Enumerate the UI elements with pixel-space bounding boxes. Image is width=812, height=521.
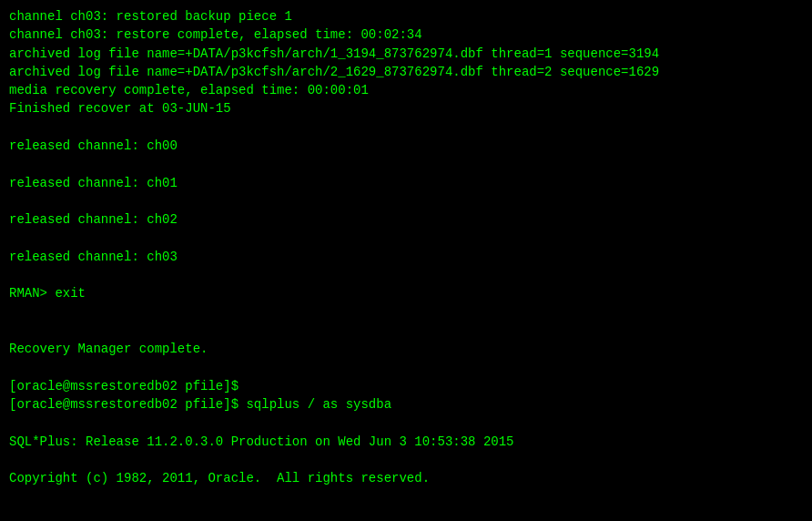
terminal-line — [9, 322, 803, 340]
terminal-line: [oracle@mssrestoredb02 pfile]$ — [9, 377, 803, 395]
terminal-line: [oracle@mssrestoredb02 pfile]$ sqlplus /… — [9, 395, 803, 414]
terminal-line — [9, 488, 803, 506]
terminal-line: Finished recover at 03-JUN-15 — [9, 99, 803, 117]
terminal-line: channel ch03: restored backup piece 1 — [9, 7, 803, 26]
terminal-line — [9, 230, 803, 248]
terminal-line: SQL*Plus: Release 11.2.0.3.0 Production … — [9, 433, 803, 451]
terminal-line — [9, 192, 803, 210]
terminal-line — [9, 303, 803, 322]
terminal-line: Copyright (c) 1982, 2011, Oracle. All ri… — [9, 469, 803, 487]
terminal-line — [9, 451, 803, 469]
terminal-line: channel ch03: restore complete, elapsed … — [9, 26, 803, 44]
terminal-line — [9, 118, 803, 137]
terminal-line: released channel: ch01 — [9, 174, 803, 192]
terminal-line: archived log file name=+DATA/p3kcfsh/arc… — [9, 45, 803, 63]
terminal-line: released channel: ch02 — [9, 210, 803, 229]
terminal-line — [9, 155, 803, 173]
terminal-line — [9, 266, 803, 284]
terminal-line: media recovery complete, elapsed time: 0… — [9, 81, 803, 99]
terminal-line: RMAN> exit — [9, 284, 803, 302]
terminal-line: released channel: ch03 — [9, 248, 803, 266]
terminal-line — [9, 359, 803, 377]
terminal-line: released channel: ch00 — [9, 137, 803, 155]
terminal-line: Recovery Manager complete. — [9, 340, 803, 358]
terminal-output: channel ch03: restored backup piece 1cha… — [9, 7, 803, 521]
terminal-line — [9, 506, 803, 521]
terminal-line — [9, 414, 803, 433]
terminal-line: archived log file name=+DATA/p3kcfsh/arc… — [9, 63, 803, 81]
